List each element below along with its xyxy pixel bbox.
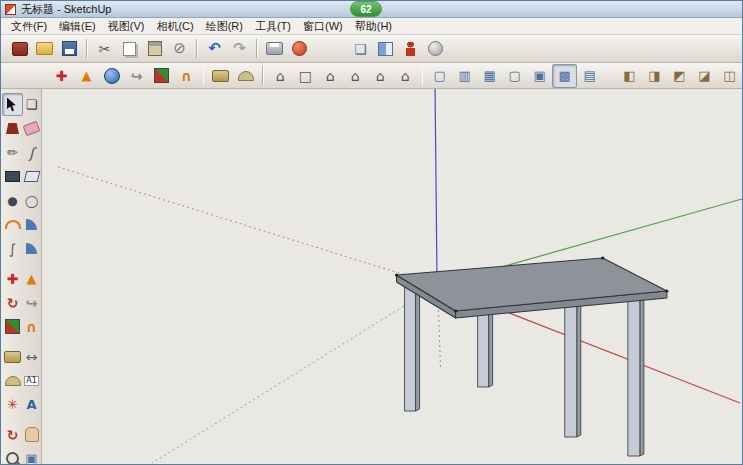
red-axis-dotted xyxy=(58,167,438,285)
follow-me-button[interactable]: ↪ xyxy=(124,64,149,88)
pan-tool[interactable] xyxy=(21,423,42,446)
freehand-tool[interactable]: ʃ xyxy=(21,141,42,164)
select-tool[interactable] xyxy=(2,93,23,116)
scale-icon xyxy=(154,68,169,83)
rotated-rectangle-tool[interactable] xyxy=(21,165,42,188)
redo-button[interactable]: ↷ xyxy=(227,37,252,61)
menu-edit[interactable]: 编辑(E) xyxy=(53,19,102,34)
copy-button[interactable] xyxy=(117,37,142,61)
style-monochrome-button[interactable]: ▤ xyxy=(577,64,602,88)
std-view-5-button[interactable]: ◫ xyxy=(717,64,742,88)
push-pull-button[interactable]: ▲ xyxy=(74,64,99,88)
move-button[interactable]: ✚ xyxy=(49,64,74,88)
view-left-button[interactable]: ⌂ xyxy=(393,64,418,88)
style-wireframe-button[interactable]: ▦ xyxy=(477,64,502,88)
style-back-edges-button[interactable]: ▥ xyxy=(452,64,477,88)
print-button[interactable] xyxy=(262,37,287,61)
arc-tool[interactable] xyxy=(2,213,23,236)
line-tool[interactable]: ✏ xyxy=(2,141,23,164)
scale-button[interactable] xyxy=(149,64,174,88)
front-view-icon: ⌂ xyxy=(322,67,339,84)
menu-tools[interactable]: 工具(T) xyxy=(249,19,297,34)
new-button[interactable] xyxy=(7,37,32,61)
erase-button[interactable]: ⊘ xyxy=(167,37,192,61)
pie-tool[interactable] xyxy=(21,213,42,236)
table-leg[interactable] xyxy=(565,301,577,437)
orbit-button[interactable] xyxy=(99,64,124,88)
std-view-3-button[interactable]: ◩ xyxy=(667,64,692,88)
freehand-icon: ʃ xyxy=(23,144,40,161)
axes-tool[interactable]: ✳ xyxy=(2,393,23,416)
paint-bucket-tool[interactable] xyxy=(2,117,23,140)
pie-icon xyxy=(26,219,37,230)
materials-button[interactable] xyxy=(373,37,398,61)
orbit-tool[interactable]: ↻ xyxy=(2,423,23,446)
eraser-tool[interactable] xyxy=(21,117,42,140)
wedge-tool[interactable] xyxy=(21,237,42,260)
style-hidden-line-button[interactable]: ▢ xyxy=(502,64,527,88)
styles-button[interactable] xyxy=(423,37,448,61)
push-pull-tool[interactable]: ▲ xyxy=(21,267,42,290)
zoom-extents-tool[interactable]: ▣ xyxy=(21,447,42,465)
style-xray-button[interactable]: ▢ xyxy=(427,64,452,88)
printer-icon xyxy=(266,42,283,55)
select-cursor-icon xyxy=(7,98,18,112)
model-info-button[interactable] xyxy=(287,37,312,61)
view-iso-button[interactable]: ⌂ xyxy=(268,64,293,88)
table-leg-side[interactable] xyxy=(577,300,581,437)
style-shaded-button[interactable]: ▣ xyxy=(527,64,552,88)
menu-camera[interactable]: 相机(C) xyxy=(150,19,199,34)
polygon-icon: ◯ xyxy=(23,192,40,209)
style-textured-button[interactable]: ▩ xyxy=(552,64,577,88)
viewport[interactable] xyxy=(42,89,742,465)
open-button[interactable] xyxy=(32,37,57,61)
menu-window[interactable]: 窗口(W) xyxy=(297,19,349,34)
axes-icon: ✳ xyxy=(4,396,21,413)
std-view-1-button[interactable]: ◧ xyxy=(617,64,642,88)
text-3d-tool[interactable]: A xyxy=(21,393,42,416)
figure-button[interactable] xyxy=(398,37,423,61)
table-leg-side[interactable] xyxy=(416,286,420,411)
view-back-button[interactable]: ⌂ xyxy=(368,64,393,88)
component-browser-button[interactable]: ❏ xyxy=(348,37,373,61)
protractor-tool[interactable] xyxy=(2,369,23,392)
wireframe-style-icon: ▦ xyxy=(481,67,498,84)
undo-button[interactable]: ↶ xyxy=(202,37,227,61)
view-front-button[interactable]: ⌂ xyxy=(318,64,343,88)
circle-tool[interactable]: ● xyxy=(2,189,23,212)
std-view-2-button[interactable]: ◨ xyxy=(642,64,667,88)
menu-file[interactable]: 文件(F) xyxy=(5,19,53,34)
cube-view-icon: ◪ xyxy=(696,67,713,84)
offset-tool[interactable]: ∩ xyxy=(21,315,42,338)
rotate-tool[interactable]: ↻ xyxy=(2,291,23,314)
table-leg[interactable] xyxy=(628,299,640,456)
view-top-button[interactable]: □ xyxy=(293,64,318,88)
rectangle-tool[interactable] xyxy=(2,165,23,188)
menu-help[interactable]: 帮助(H) xyxy=(349,19,398,34)
push-pull-icon: ▲ xyxy=(78,67,95,84)
menu-view[interactable]: 视图(V) xyxy=(102,19,151,34)
tools-toolbar: ✚ ▲ ↪ ∩ ⌂ □ ⌂ ⌂ ⌂ ⌂ ▢ ▥ ▦ ▢ ▣ ▩ ▤ ◧ ◨ ◩ … xyxy=(1,63,742,89)
menu-draw[interactable]: 绘图(R) xyxy=(200,19,249,34)
view-right-button[interactable]: ⌂ xyxy=(343,64,368,88)
std-view-4-button[interactable]: ◪ xyxy=(692,64,717,88)
table-leg-side[interactable] xyxy=(640,298,644,456)
dimension-tool[interactable]: ↔ xyxy=(21,345,42,368)
polygon-tool[interactable]: ◯ xyxy=(21,189,42,212)
text-tool[interactable]: A1 xyxy=(21,369,42,392)
cut-button[interactable]: ✂ xyxy=(92,37,117,61)
scale-tool[interactable] xyxy=(2,315,23,338)
shaded-style-icon: ▣ xyxy=(531,67,548,84)
table-leg[interactable] xyxy=(405,287,416,411)
save-button[interactable] xyxy=(57,37,82,61)
offset-button[interactable]: ∩ xyxy=(174,64,199,88)
zoom-tool[interactable] xyxy=(2,447,23,465)
move-tool[interactable]: ✚ xyxy=(2,267,23,290)
follow-me-tool[interactable]: ↪ xyxy=(21,291,42,314)
bezier-tool[interactable]: ∫ xyxy=(2,237,23,260)
tape-measure-tool[interactable] xyxy=(2,345,23,368)
paste-button[interactable] xyxy=(142,37,167,61)
tape-measure-button[interactable] xyxy=(208,64,233,88)
protractor-button[interactable] xyxy=(233,64,258,88)
make-component-tool[interactable]: ❏ xyxy=(21,93,42,116)
